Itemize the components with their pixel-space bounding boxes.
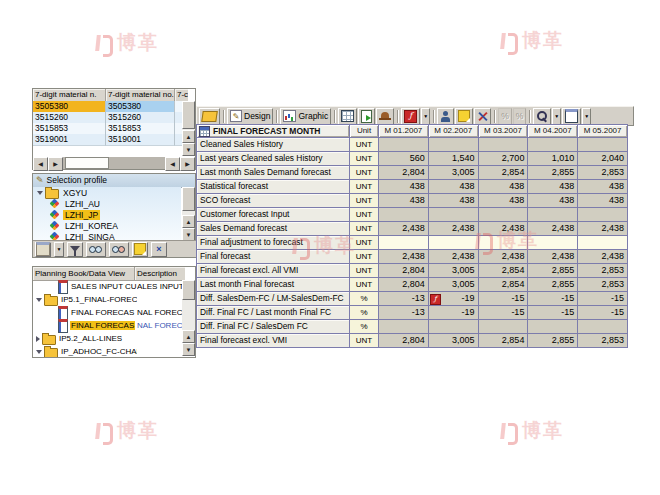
value-cell[interactable]: 438 bbox=[479, 194, 528, 207]
value-cell[interactable]: 2,700 bbox=[479, 152, 528, 165]
value-cell[interactable] bbox=[528, 138, 577, 151]
value-cell[interactable]: 3,005 bbox=[429, 166, 478, 179]
scroll-down-icon[interactable]: ▼ bbox=[182, 143, 195, 156]
row-label[interactable]: Last years Cleaned sales History bbox=[197, 152, 349, 165]
month-column-header[interactable]: M 03.2007 bbox=[479, 125, 528, 137]
material-row[interactable]: 35152603515260 bbox=[33, 112, 180, 123]
alert-monitor-button[interactable]: ƒ bbox=[401, 108, 420, 125]
planning-book-name-cell[interactable]: IP5.2_ALL-LINES bbox=[33, 333, 137, 345]
value-cell[interactable]: 2,855 bbox=[528, 278, 577, 291]
export-button[interactable] bbox=[358, 108, 375, 125]
planning-book-name-cell[interactable]: IP_ADHOC_FC-CHAN bbox=[33, 346, 137, 358]
row-label[interactable]: Final forecast excl. VMI bbox=[197, 334, 349, 347]
material-number-cell[interactable]: 3519001 bbox=[106, 134, 175, 146]
value-cell[interactable]: -19 bbox=[429, 306, 478, 319]
material-number-cell[interactable]: 3519001 bbox=[33, 134, 106, 146]
unit-of-measure-button[interactable] bbox=[437, 108, 454, 125]
close-button[interactable]: × bbox=[151, 242, 167, 257]
value-cell[interactable]: 3,005 bbox=[429, 264, 478, 277]
material-row[interactable]: 35190013519001 bbox=[33, 134, 180, 145]
planning-book-row[interactable]: FINAL FORECASNAL FORECAST bbox=[33, 306, 181, 319]
planning-book-row[interactable]: IP5.2_ALL-LINES bbox=[33, 332, 181, 345]
row-label[interactable]: SCO forecast bbox=[197, 194, 349, 207]
value-cell[interactable]: -15 bbox=[578, 306, 627, 319]
value-cell[interactable]: 2,853 bbox=[578, 278, 627, 291]
value-cell[interactable] bbox=[528, 208, 577, 221]
tree-node-selection[interactable]: LZHI_AU bbox=[33, 198, 181, 209]
row-label[interactable]: Final forecast bbox=[197, 250, 349, 263]
value-cell[interactable]: 438 bbox=[528, 180, 577, 193]
view-button[interactable] bbox=[562, 108, 581, 125]
row-label[interactable]: Cleaned Sales History bbox=[197, 138, 349, 151]
row-label[interactable]: Last month Final forecast bbox=[197, 278, 349, 291]
value-cell[interactable] bbox=[578, 236, 627, 249]
value-cell[interactable]: -15 bbox=[578, 292, 627, 305]
planning-book-row[interactable]: FINAL FORECASNAL FORECAST bbox=[33, 319, 181, 332]
scroll-down-icon[interactable]: ▼ bbox=[182, 343, 195, 356]
value-cell[interactable] bbox=[379, 236, 428, 249]
value-cell[interactable]: 2,040 bbox=[578, 152, 627, 165]
expand-closed-icon[interactable] bbox=[36, 336, 40, 342]
value-cell[interactable]: 2,438 bbox=[578, 250, 627, 263]
value-cell[interactable]: 2,438 bbox=[528, 250, 577, 263]
tree-node-root[interactable]: XGYU bbox=[33, 187, 181, 198]
value-cell[interactable]: 438 bbox=[578, 180, 627, 193]
zoom-button[interactable] bbox=[533, 108, 551, 125]
zoom-dropdown-button[interactable]: ▼ bbox=[552, 108, 561, 125]
value-cell[interactable]: 3,005 bbox=[429, 278, 478, 291]
value-cell[interactable] bbox=[578, 208, 627, 221]
view-dropdown-button[interactable]: ▼ bbox=[582, 108, 591, 125]
value-cell[interactable]: 2,438 bbox=[578, 222, 627, 235]
selection-dropdown-button[interactable]: ▼ bbox=[54, 242, 64, 257]
planning-book-vertical-scrollbar[interactable]: ▲ ▼ bbox=[182, 280, 195, 356]
row-label[interactable]: Diff. Final FC / SalesDem FC bbox=[197, 320, 349, 333]
settings-button[interactable] bbox=[474, 108, 491, 125]
notes-button[interactable] bbox=[455, 108, 473, 125]
planning-book-row[interactable]: IP5.1_FINAL-FOREC bbox=[33, 293, 181, 306]
value-cell[interactable]: 2,804 bbox=[379, 334, 428, 347]
value-cell[interactable]: 2,438 bbox=[429, 250, 478, 263]
value-cell[interactable]: -15 bbox=[528, 306, 577, 319]
value-cell[interactable]: 438 bbox=[429, 180, 478, 193]
selection-box-button[interactable] bbox=[35, 242, 51, 257]
unit-column-header[interactable]: Unit bbox=[350, 125, 378, 137]
scroll-thumb[interactable] bbox=[182, 101, 195, 129]
value-cell[interactable]: 2,438 bbox=[479, 250, 528, 263]
display-selection-button[interactable] bbox=[86, 242, 106, 257]
value-cell[interactable]: -15 bbox=[479, 292, 528, 305]
value-cell[interactable]: 438 bbox=[429, 194, 478, 207]
value-cell[interactable]: -19ƒ bbox=[429, 292, 478, 305]
value-cell[interactable]: 2,438 bbox=[379, 222, 428, 235]
month-column-header[interactable]: M 05.2007 bbox=[578, 125, 627, 137]
value-cell[interactable]: 438 bbox=[528, 194, 577, 207]
row-label[interactable]: Final forecast excl. All VMI bbox=[197, 264, 349, 277]
value-cell[interactable]: 2,804 bbox=[379, 166, 428, 179]
scroll-thumb[interactable] bbox=[182, 280, 195, 300]
expand-open-icon[interactable] bbox=[37, 191, 43, 195]
row-label[interactable]: Sales Demand forecast bbox=[197, 222, 349, 235]
value-cell[interactable]: -13 bbox=[379, 306, 428, 319]
scroll-up-icon[interactable]: ▲ bbox=[182, 215, 195, 228]
value-cell[interactable]: 2,855 bbox=[528, 334, 577, 347]
alert-dropdown-button[interactable]: ▼ bbox=[421, 108, 430, 125]
value-cell[interactable] bbox=[578, 320, 627, 333]
value-cell[interactable] bbox=[379, 138, 428, 151]
value-cell[interactable] bbox=[379, 320, 428, 333]
panel-splitter[interactable] bbox=[32, 258, 194, 263]
value-cell[interactable]: 2,853 bbox=[578, 334, 627, 347]
scroll-thumb[interactable] bbox=[182, 187, 195, 211]
value-cell[interactable]: 2,855 bbox=[528, 264, 577, 277]
month-column-header[interactable]: M 02.2007 bbox=[429, 125, 478, 137]
value-cell[interactable]: 438 bbox=[479, 180, 528, 193]
row-label[interactable]: Final adjustment to forecast bbox=[197, 236, 349, 249]
value-cell[interactable]: 2,804 bbox=[379, 264, 428, 277]
header-toggle-button[interactable] bbox=[376, 108, 394, 125]
row-label[interactable]: Statistical forecast bbox=[197, 180, 349, 193]
value-cell[interactable]: 2,438 bbox=[379, 250, 428, 263]
value-cell[interactable]: 3,005 bbox=[429, 334, 478, 347]
value-cell[interactable]: 1,540 bbox=[429, 152, 478, 165]
selection-vertical-scrollbar[interactable]: ▲ ▼ bbox=[182, 187, 195, 241]
value-cell[interactable]: 2,854 bbox=[479, 278, 528, 291]
value-cell[interactable]: 438 bbox=[578, 194, 627, 207]
value-cell[interactable] bbox=[528, 236, 577, 249]
